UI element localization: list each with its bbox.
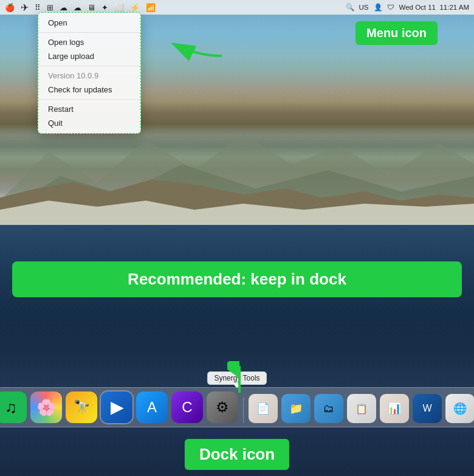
apple-icon[interactable]: 🍎 bbox=[5, 3, 15, 12]
dock-icon-label: Dock icon bbox=[185, 439, 289, 470]
dock-app-doc2[interactable]: 📋 bbox=[347, 394, 376, 423]
dock-app-photos[interactable]: 🌸 bbox=[30, 391, 62, 423]
cloud-icon-2[interactable]: ☁ bbox=[74, 3, 81, 12]
menu-item-quit[interactable]: Quit bbox=[38, 116, 140, 130]
dock-app-chrome[interactable]: 🌐 bbox=[445, 394, 474, 423]
user-icon[interactable]: 👤 bbox=[374, 3, 382, 12]
menubar-left: 🍎 ✈ ⠿ ⊞ ☁ ☁ 🖥 ✦ ⬜ ⚡ 📶 bbox=[5, 2, 156, 13]
menubar-right: 🔍 US 👤 🛡 Wed Oct 11 11:21 AM bbox=[346, 3, 469, 12]
canva-icon: C bbox=[182, 399, 192, 416]
dock-app-spotify[interactable]: ♫ bbox=[0, 391, 27, 423]
menu-item-open[interactable]: Open bbox=[38, 16, 140, 30]
menu-divider-2 bbox=[38, 66, 140, 66]
menu-arrow bbox=[149, 32, 228, 67]
dock-app-appstore[interactable]: A bbox=[136, 391, 168, 423]
settings-icon: ⚙ bbox=[216, 399, 229, 416]
datetime: Wed Oct 11 11:21 AM bbox=[399, 4, 470, 11]
preview-icon: 🔭 bbox=[74, 399, 90, 415]
doc2-icon: 📋 bbox=[355, 403, 368, 415]
dock-app-files[interactable]: 🗂 bbox=[314, 394, 343, 423]
wifi-icon[interactable]: 📶 bbox=[146, 3, 156, 12]
menu-item-check-updates[interactable]: Check for updates bbox=[38, 83, 140, 97]
synergy-icon: ▶ bbox=[111, 398, 123, 417]
menu-divider-1 bbox=[38, 32, 140, 33]
sparkle-icon[interactable]: ✦ bbox=[101, 3, 108, 12]
word-icon: W bbox=[422, 403, 431, 414]
cloud-icon-1[interactable]: ☁ bbox=[60, 3, 67, 12]
menu-icon-label: Menu icon bbox=[355, 21, 438, 45]
menu-item-restart[interactable]: Restart bbox=[38, 102, 140, 116]
dock-app-canva[interactable]: C bbox=[171, 391, 203, 423]
chrome-icon: 🌐 bbox=[453, 402, 467, 415]
search-icon[interactable]: 🔍 bbox=[346, 3, 354, 12]
menu-divider-3 bbox=[38, 99, 140, 100]
files-icon: 🗂 bbox=[323, 402, 334, 415]
security-icon[interactable]: 🛡 bbox=[387, 4, 394, 11]
battery-icon[interactable]: ⚡ bbox=[130, 3, 140, 12]
grid-icon[interactable]: ⊞ bbox=[47, 3, 53, 12]
photos-icon: 🌸 bbox=[36, 398, 56, 417]
dock-app-word[interactable]: W bbox=[413, 394, 442, 423]
menu-item-version: Version 10.0.9 bbox=[38, 69, 140, 83]
menu-item-open-logs[interactable]: Open logs bbox=[38, 35, 140, 49]
appstore-icon: A bbox=[147, 399, 157, 416]
doc1-icon: 📄 bbox=[256, 402, 270, 415]
spotify-icon: ♫ bbox=[5, 398, 17, 417]
finder-icon: 📁 bbox=[289, 402, 303, 415]
dock-app-ppt[interactable]: 📊 bbox=[380, 394, 409, 423]
desktop-bottom: Recommended: keep in dock Synergy Tools … bbox=[0, 225, 474, 476]
language-indicator[interactable]: US bbox=[359, 4, 369, 11]
recommended-banner: Recommended: keep in dock bbox=[12, 261, 462, 297]
dots-icon[interactable]: ⠿ bbox=[35, 3, 41, 12]
ppt-icon: 📊 bbox=[388, 402, 401, 415]
dock-app-synergy[interactable]: ▶ bbox=[101, 391, 132, 423]
dropdown-menu: Open Open logs Large upload Version 10.0… bbox=[38, 12, 141, 134]
desktop-top: 🍎 ✈ ⠿ ⊞ ☁ ☁ 🖥 ✦ ⬜ ⚡ 📶 🔍 US 👤 🛡 Wed Oct 1… bbox=[0, 0, 474, 225]
dock-arrow-up bbox=[227, 361, 252, 397]
square-icon[interactable]: ⬜ bbox=[114, 3, 124, 12]
menu-item-large-upload[interactable]: Large upload bbox=[38, 49, 140, 63]
app-menu-icon[interactable]: ✈ bbox=[21, 2, 29, 13]
monitor-icon[interactable]: 🖥 bbox=[88, 3, 95, 12]
dock-app-preview[interactable]: 🔭 bbox=[66, 391, 97, 423]
dock-app-finder[interactable]: 📁 bbox=[281, 394, 311, 423]
dock-app-doc1[interactable]: 📄 bbox=[249, 394, 278, 423]
dock-divider bbox=[243, 398, 244, 423]
